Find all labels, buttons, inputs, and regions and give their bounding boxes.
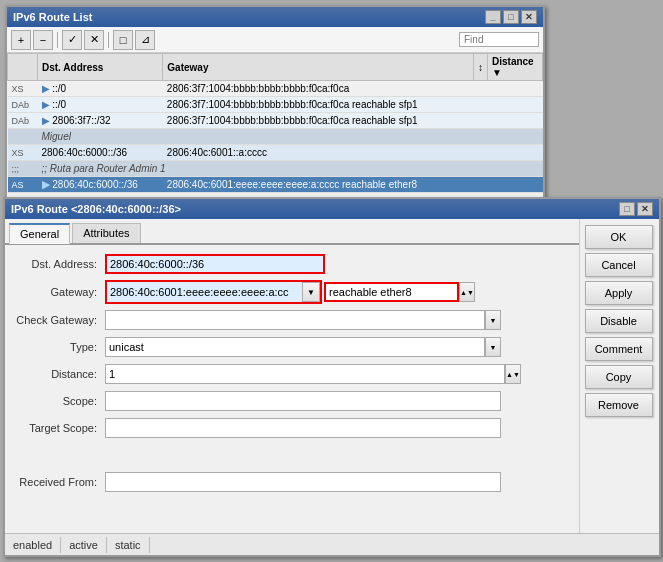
- ok-button[interactable]: OK: [585, 225, 653, 249]
- table-row-group: Miguel: [8, 129, 543, 145]
- row-extra: [474, 145, 488, 161]
- table-row-group: ;;; ;; Ruta para Router Admin 1: [8, 161, 543, 177]
- add-button[interactable]: +: [11, 30, 31, 50]
- cancel-button[interactable]: Cancel: [585, 253, 653, 277]
- gateway-row: Gateway: ▼ ▲▼: [15, 280, 569, 304]
- target-scope-row: Target Scope: 10: [15, 417, 569, 439]
- dst-address-label: Dst. Address:: [15, 258, 105, 270]
- row-flag: XS: [8, 81, 38, 97]
- col-sort[interactable]: ↕: [474, 54, 488, 81]
- remove-button[interactable]: −: [33, 30, 53, 50]
- apply-button[interactable]: Apply: [585, 281, 653, 305]
- dst-address-input[interactable]: [105, 254, 325, 274]
- table-row[interactable]: XS 2806:40c:6000::/36 2806:40c:6001::a:c…: [8, 145, 543, 161]
- detail-minimize-button[interactable]: □: [619, 202, 635, 216]
- row-distance: [488, 113, 543, 129]
- row-gateway: 2806:3f7:1004:bbbb:bbbb:bbbb:f0ca:f0ca r…: [163, 113, 474, 129]
- target-scope-input[interactable]: 10: [105, 418, 501, 438]
- gateway-dropdown-button[interactable]: ▼: [302, 282, 320, 302]
- row-flag: DAb: [8, 113, 38, 129]
- target-scope-label: Target Scope:: [15, 422, 105, 434]
- gateway-input[interactable]: [107, 282, 302, 302]
- row-gateway: 2806:3f7:1004:bbbb:bbbb:bbbb:f0ca:f0ca r…: [163, 97, 474, 113]
- status-bar: enabled active static: [5, 533, 659, 555]
- row-extra: [474, 81, 488, 97]
- right-button-panel: OK Cancel Apply Disable Comment Copy Rem…: [579, 219, 659, 555]
- route-detail-title: IPv6 Route <2806:40c:6000::/36>: [11, 203, 181, 215]
- table-row-active[interactable]: AS ▶ 2806:40c:6000::/36 2806:40c:6001:ee…: [8, 177, 543, 193]
- status-spinner[interactable]: ▲▼: [459, 282, 475, 302]
- dst-address-row: Dst. Address:: [15, 253, 569, 275]
- type-dropdown-button[interactable]: ▼: [485, 337, 501, 357]
- gateway-label: Gateway:: [15, 286, 105, 298]
- scope-input[interactable]: 30: [105, 391, 501, 411]
- col-dst[interactable]: Dst. Address: [38, 54, 163, 81]
- table-row[interactable]: XS ▶ ::/0 2806:3f7:1004:bbbb:bbbb:bbbb:f…: [8, 81, 543, 97]
- minimize-button[interactable]: _: [485, 10, 501, 24]
- type-select-group: ▼: [105, 337, 501, 357]
- tab-general[interactable]: General: [9, 223, 70, 244]
- row-dst: ▶ 2806:40c:6000::/36: [38, 177, 163, 193]
- row-gateway: 2806:40c:6001::a:cccc: [163, 145, 474, 161]
- row-flag: DAb: [8, 97, 38, 113]
- received-from-row: Received From: PEER-to-MB: [15, 471, 569, 493]
- row-dst: ▶ 2806:3f7::/32: [38, 113, 163, 129]
- row-gateway: 2806:40c:6001:eeee:eeee:eeee:a:cccc reac…: [163, 177, 474, 193]
- row-distance: [488, 145, 543, 161]
- group-label: Miguel: [38, 129, 543, 145]
- separator2: [108, 32, 109, 48]
- type-row: Type: ▼: [15, 336, 569, 358]
- gateway-status-input[interactable]: [324, 282, 459, 302]
- table-row[interactable]: DAb ▶ 2806:3f7::/32 2806:3f7:1004:bbbb:b…: [8, 113, 543, 129]
- check-gateway-row: Check Gateway: ▼: [15, 309, 569, 331]
- copy-button[interactable]: Copy: [585, 365, 653, 389]
- disable-button[interactable]: Disable: [585, 309, 653, 333]
- cross-button[interactable]: ✕: [84, 30, 104, 50]
- type-label: Type:: [15, 341, 105, 353]
- col-distance[interactable]: Distance ▼: [488, 54, 543, 81]
- row-dst: ▶ ::/0: [38, 97, 163, 113]
- find-input[interactable]: [459, 32, 539, 47]
- status-enabled: enabled: [5, 537, 61, 553]
- row-extra: [474, 177, 488, 193]
- group-label: ;; Ruta para Router Admin 1: [38, 161, 543, 177]
- comment-button[interactable]: Comment: [585, 337, 653, 361]
- copy-button[interactable]: □: [113, 30, 133, 50]
- remove-button[interactable]: Remove: [585, 393, 653, 417]
- row-distance: [488, 177, 543, 193]
- received-from-input[interactable]: PEER-to-MB: [105, 472, 501, 492]
- check-button[interactable]: ✓: [62, 30, 82, 50]
- row-flag: AS: [8, 177, 38, 193]
- restore-button[interactable]: □: [503, 10, 519, 24]
- distance-spinner[interactable]: ▲▼: [505, 364, 521, 384]
- route-list-window: IPv6 Route List _ □ ✕ + − ✓ ✕ □ ⊿ Dst. A…: [5, 5, 545, 215]
- scope-label: Scope:: [15, 395, 105, 407]
- detail-close-button[interactable]: ✕: [637, 202, 653, 216]
- check-gateway-dropdown-button[interactable]: ▼: [485, 310, 501, 330]
- title-buttons: _ □ ✕: [485, 10, 537, 24]
- toolbar: + − ✓ ✕ □ ⊿: [7, 27, 543, 53]
- check-gateway-select-group: ▼: [105, 310, 501, 330]
- row-dst: 2806:40c:6000::/36: [38, 145, 163, 161]
- row-distance: [488, 97, 543, 113]
- tab-attributes[interactable]: Attributes: [72, 223, 140, 243]
- route-list-title: IPv6 Route List: [13, 11, 92, 23]
- distance-row: Distance: ▲▼: [15, 363, 569, 385]
- distance-label: Distance:: [15, 368, 105, 380]
- row-flag: [8, 129, 38, 145]
- check-gateway-input[interactable]: [105, 310, 485, 330]
- separator1: [57, 32, 58, 48]
- filter-button[interactable]: ⊿: [135, 30, 155, 50]
- close-button[interactable]: ✕: [521, 10, 537, 24]
- check-gateway-label: Check Gateway:: [15, 314, 105, 326]
- row-flag: XS: [8, 145, 38, 161]
- route-detail-window: IPv6 Route <2806:40c:6000::/36> □ ✕ Gene…: [3, 197, 661, 557]
- distance-input[interactable]: [105, 364, 505, 384]
- col-flags: [8, 54, 38, 81]
- tab-bar: General Attributes: [5, 219, 579, 245]
- route-table: Dst. Address Gateway ↕ Distance ▼ XS ▶ :…: [7, 53, 543, 193]
- status-static: static: [107, 537, 150, 553]
- table-row[interactable]: DAb ▶ ::/0 2806:3f7:1004:bbbb:bbbb:bbbb:…: [8, 97, 543, 113]
- type-input[interactable]: [105, 337, 485, 357]
- col-gateway[interactable]: Gateway: [163, 54, 474, 81]
